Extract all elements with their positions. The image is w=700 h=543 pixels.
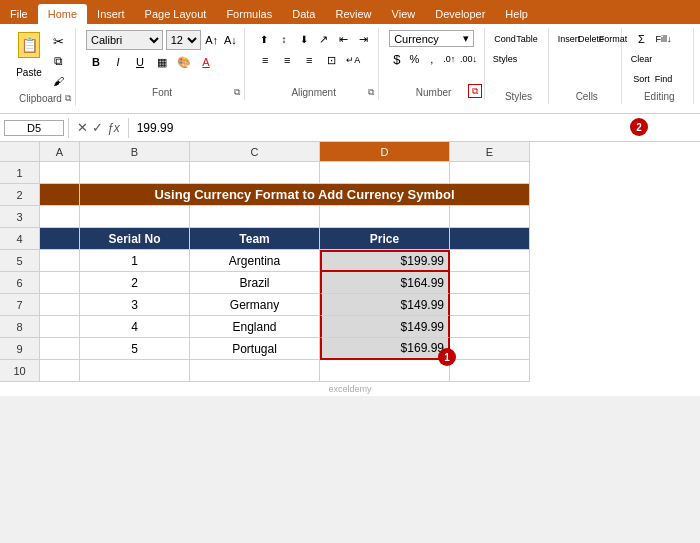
cut-button[interactable]: ✂	[48, 32, 68, 50]
font-color-button[interactable]: A	[196, 53, 216, 71]
decrease-decimal-button[interactable]: .0↑	[442, 50, 457, 68]
cell-b8[interactable]: 4	[80, 316, 190, 338]
clear-button[interactable]: Clear	[632, 50, 652, 68]
sort-filter-button[interactable]: Sort	[632, 70, 652, 88]
find-select-button[interactable]: Find	[654, 70, 674, 88]
indent-decrease-button[interactable]: ⇤	[334, 30, 352, 48]
percent-button[interactable]: %	[407, 50, 422, 68]
cell-b5[interactable]: 1	[80, 250, 190, 272]
cell-e5[interactable]	[450, 250, 530, 272]
format-painter-button[interactable]: 🖌	[48, 72, 68, 90]
col-header-d[interactable]: D	[320, 142, 450, 162]
insert-cells-button[interactable]: Insert	[559, 30, 579, 48]
conditional-formatting-button[interactable]: Cond	[495, 30, 515, 48]
align-right-button[interactable]: ≡	[299, 51, 319, 69]
align-left-button[interactable]: ≡	[255, 51, 275, 69]
currency-symbol-button[interactable]: $	[389, 50, 404, 68]
fill-color-button[interactable]: 🎨	[174, 53, 194, 71]
align-top-button[interactable]: ⬆	[255, 30, 273, 48]
cell-b6[interactable]: 2	[80, 272, 190, 294]
font-size-select[interactable]: 12	[166, 30, 201, 50]
cell-a3[interactable]	[40, 206, 80, 228]
cell-a1[interactable]	[40, 162, 80, 184]
align-center-button[interactable]: ≡	[277, 51, 297, 69]
cell-b1[interactable]	[80, 162, 190, 184]
number-dialog-btn[interactable]: ⧉	[468, 84, 482, 98]
font-name-select[interactable]: Calibri	[86, 30, 163, 50]
tab-help[interactable]: Help	[495, 4, 538, 24]
cell-c9[interactable]: Portugal	[190, 338, 320, 360]
fill-button[interactable]: Fill↓	[654, 30, 674, 48]
autosum-button[interactable]: Σ	[632, 30, 652, 48]
text-direction-button[interactable]: ↗	[315, 30, 333, 48]
cell-reference-input[interactable]: D5	[4, 120, 64, 136]
underline-button[interactable]: U	[130, 53, 150, 71]
indent-increase-button[interactable]: ⇥	[354, 30, 372, 48]
cell-c7[interactable]: Germany	[190, 294, 320, 316]
alignment-dialog-btn[interactable]: ⧉	[368, 87, 374, 98]
align-middle-button[interactable]: ↕	[275, 30, 293, 48]
cell-e7[interactable]	[450, 294, 530, 316]
cell-a4[interactable]	[40, 228, 80, 250]
cell-c5[interactable]: Argentina	[190, 250, 320, 272]
cell-b10[interactable]	[80, 360, 190, 382]
italic-button[interactable]: I	[108, 53, 128, 71]
cell-b3[interactable]	[80, 206, 190, 228]
copy-button[interactable]: ⧉	[48, 52, 68, 70]
cell-b4[interactable]: Serial No	[80, 228, 190, 250]
tab-view[interactable]: View	[382, 4, 426, 24]
col-header-a[interactable]: A	[40, 142, 80, 162]
cell-styles-button[interactable]: Styles	[495, 50, 515, 68]
tab-formulas[interactable]: Formulas	[216, 4, 282, 24]
formula-input[interactable]: 199.99	[133, 120, 696, 136]
col-header-c[interactable]: C	[190, 142, 320, 162]
cell-a5[interactable]	[40, 250, 80, 272]
cell-e10[interactable]	[450, 360, 530, 382]
cell-e1[interactable]	[450, 162, 530, 184]
cell-d1[interactable]	[320, 162, 450, 184]
cell-d9[interactable]: $169.99 1	[320, 338, 450, 360]
cell-b2-merged[interactable]: Using Currency Format to Add Currency Sy…	[80, 184, 530, 206]
comma-button[interactable]: ,	[424, 50, 439, 68]
cell-c1[interactable]	[190, 162, 320, 184]
paste-button[interactable]: 📋 Paste	[12, 30, 46, 80]
cell-d7[interactable]: $149.99	[320, 294, 450, 316]
cell-e8[interactable]	[450, 316, 530, 338]
cell-d3[interactable]	[320, 206, 450, 228]
cell-b9[interactable]: 5	[80, 338, 190, 360]
cell-a6[interactable]	[40, 272, 80, 294]
tab-file[interactable]: File	[0, 4, 38, 24]
col-header-b[interactable]: B	[80, 142, 190, 162]
cell-a2[interactable]	[40, 184, 80, 206]
tab-page-layout[interactable]: Page Layout	[135, 4, 217, 24]
cell-d4[interactable]: Price	[320, 228, 450, 250]
cancel-formula-icon[interactable]: ✕	[77, 120, 88, 135]
align-bottom-button[interactable]: ⬇	[295, 30, 313, 48]
tab-home[interactable]: Home	[38, 4, 87, 24]
cell-a7[interactable]	[40, 294, 80, 316]
cell-d5[interactable]: $199.99	[320, 250, 450, 272]
bold-button[interactable]: B	[86, 53, 106, 71]
format-as-table-button[interactable]: Table	[517, 30, 537, 48]
cell-c4[interactable]: Team	[190, 228, 320, 250]
decrease-font-button[interactable]: A↓	[222, 31, 238, 49]
cell-a9[interactable]	[40, 338, 80, 360]
cell-d10[interactable]	[320, 360, 450, 382]
confirm-formula-icon[interactable]: ✓	[92, 120, 103, 135]
cell-c3[interactable]	[190, 206, 320, 228]
cell-d8[interactable]: $149.99	[320, 316, 450, 338]
format-cells-button[interactable]: Format	[603, 30, 623, 48]
merge-cells-button[interactable]: ⊡	[321, 51, 341, 69]
cell-b7[interactable]: 3	[80, 294, 190, 316]
increase-font-button[interactable]: A↑	[204, 31, 220, 49]
wrap-text-button[interactable]: ↵A	[343, 51, 363, 69]
cell-a8[interactable]	[40, 316, 80, 338]
tab-developer[interactable]: Developer	[425, 4, 495, 24]
insert-function-icon[interactable]: ƒx	[107, 121, 120, 135]
cell-c10[interactable]	[190, 360, 320, 382]
clipboard-dialog-btn[interactable]: ⧉	[65, 93, 71, 104]
border-button[interactable]: ▦	[152, 53, 172, 71]
cell-e4[interactable]	[450, 228, 530, 250]
cell-d6[interactable]: $164.99	[320, 272, 450, 294]
cell-c6[interactable]: Brazil	[190, 272, 320, 294]
